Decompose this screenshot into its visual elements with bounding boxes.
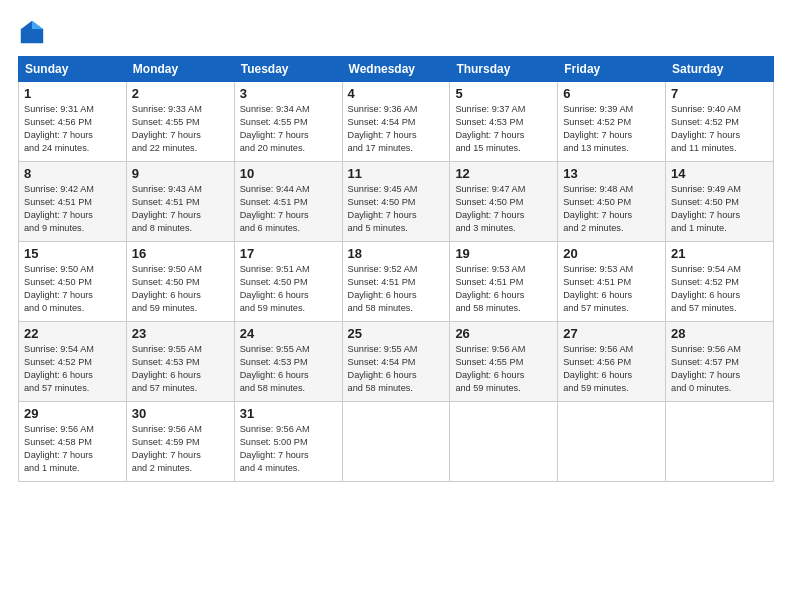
day-info: Sunrise: 9:54 AM Sunset: 4:52 PM Dayligh… bbox=[24, 343, 121, 395]
day-number: 30 bbox=[132, 406, 229, 421]
day-number: 8 bbox=[24, 166, 121, 181]
calendar-cell: 12Sunrise: 9:47 AM Sunset: 4:50 PM Dayli… bbox=[450, 162, 558, 242]
calendar-cell bbox=[450, 402, 558, 482]
day-info: Sunrise: 9:40 AM Sunset: 4:52 PM Dayligh… bbox=[671, 103, 768, 155]
day-number: 12 bbox=[455, 166, 552, 181]
weekday-header: Monday bbox=[126, 57, 234, 82]
day-info: Sunrise: 9:56 AM Sunset: 4:59 PM Dayligh… bbox=[132, 423, 229, 475]
day-info: Sunrise: 9:56 AM Sunset: 4:57 PM Dayligh… bbox=[671, 343, 768, 395]
day-number: 27 bbox=[563, 326, 660, 341]
day-info: Sunrise: 9:47 AM Sunset: 4:50 PM Dayligh… bbox=[455, 183, 552, 235]
weekday-header: Wednesday bbox=[342, 57, 450, 82]
calendar-cell: 19Sunrise: 9:53 AM Sunset: 4:51 PM Dayli… bbox=[450, 242, 558, 322]
header bbox=[18, 18, 774, 46]
day-number: 31 bbox=[240, 406, 337, 421]
day-info: Sunrise: 9:50 AM Sunset: 4:50 PM Dayligh… bbox=[24, 263, 121, 315]
day-number: 16 bbox=[132, 246, 229, 261]
day-number: 1 bbox=[24, 86, 121, 101]
day-number: 21 bbox=[671, 246, 768, 261]
calendar-week-row: 29Sunrise: 9:56 AM Sunset: 4:58 PM Dayli… bbox=[19, 402, 774, 482]
day-number: 14 bbox=[671, 166, 768, 181]
day-number: 2 bbox=[132, 86, 229, 101]
day-info: Sunrise: 9:52 AM Sunset: 4:51 PM Dayligh… bbox=[348, 263, 445, 315]
day-info: Sunrise: 9:55 AM Sunset: 4:54 PM Dayligh… bbox=[348, 343, 445, 395]
day-number: 5 bbox=[455, 86, 552, 101]
day-info: Sunrise: 9:45 AM Sunset: 4:50 PM Dayligh… bbox=[348, 183, 445, 235]
day-number: 25 bbox=[348, 326, 445, 341]
calendar-cell: 28Sunrise: 9:56 AM Sunset: 4:57 PM Dayli… bbox=[666, 322, 774, 402]
day-number: 18 bbox=[348, 246, 445, 261]
calendar-week-row: 8Sunrise: 9:42 AM Sunset: 4:51 PM Daylig… bbox=[19, 162, 774, 242]
calendar-page: SundayMondayTuesdayWednesdayThursdayFrid… bbox=[0, 0, 792, 494]
calendar-cell: 23Sunrise: 9:55 AM Sunset: 4:53 PM Dayli… bbox=[126, 322, 234, 402]
calendar-cell: 16Sunrise: 9:50 AM Sunset: 4:50 PM Dayli… bbox=[126, 242, 234, 322]
day-info: Sunrise: 9:53 AM Sunset: 4:51 PM Dayligh… bbox=[563, 263, 660, 315]
calendar-cell: 17Sunrise: 9:51 AM Sunset: 4:50 PM Dayli… bbox=[234, 242, 342, 322]
day-info: Sunrise: 9:56 AM Sunset: 5:00 PM Dayligh… bbox=[240, 423, 337, 475]
day-info: Sunrise: 9:56 AM Sunset: 4:56 PM Dayligh… bbox=[563, 343, 660, 395]
calendar-cell: 7Sunrise: 9:40 AM Sunset: 4:52 PM Daylig… bbox=[666, 82, 774, 162]
day-number: 23 bbox=[132, 326, 229, 341]
calendar-cell: 22Sunrise: 9:54 AM Sunset: 4:52 PM Dayli… bbox=[19, 322, 127, 402]
logo-icon bbox=[18, 18, 46, 46]
weekday-header: Thursday bbox=[450, 57, 558, 82]
day-info: Sunrise: 9:44 AM Sunset: 4:51 PM Dayligh… bbox=[240, 183, 337, 235]
day-info: Sunrise: 9:36 AM Sunset: 4:54 PM Dayligh… bbox=[348, 103, 445, 155]
day-info: Sunrise: 9:39 AM Sunset: 4:52 PM Dayligh… bbox=[563, 103, 660, 155]
calendar-cell: 13Sunrise: 9:48 AM Sunset: 4:50 PM Dayli… bbox=[558, 162, 666, 242]
day-number: 19 bbox=[455, 246, 552, 261]
day-number: 29 bbox=[24, 406, 121, 421]
calendar-cell: 14Sunrise: 9:49 AM Sunset: 4:50 PM Dayli… bbox=[666, 162, 774, 242]
day-info: Sunrise: 9:53 AM Sunset: 4:51 PM Dayligh… bbox=[455, 263, 552, 315]
day-number: 26 bbox=[455, 326, 552, 341]
calendar-cell: 15Sunrise: 9:50 AM Sunset: 4:50 PM Dayli… bbox=[19, 242, 127, 322]
calendar-cell: 8Sunrise: 9:42 AM Sunset: 4:51 PM Daylig… bbox=[19, 162, 127, 242]
calendar-cell: 5Sunrise: 9:37 AM Sunset: 4:53 PM Daylig… bbox=[450, 82, 558, 162]
day-info: Sunrise: 9:50 AM Sunset: 4:50 PM Dayligh… bbox=[132, 263, 229, 315]
calendar-cell: 2Sunrise: 9:33 AM Sunset: 4:55 PM Daylig… bbox=[126, 82, 234, 162]
calendar-cell: 30Sunrise: 9:56 AM Sunset: 4:59 PM Dayli… bbox=[126, 402, 234, 482]
calendar-cell: 26Sunrise: 9:56 AM Sunset: 4:55 PM Dayli… bbox=[450, 322, 558, 402]
calendar-cell bbox=[666, 402, 774, 482]
calendar-cell: 24Sunrise: 9:55 AM Sunset: 4:53 PM Dayli… bbox=[234, 322, 342, 402]
day-info: Sunrise: 9:51 AM Sunset: 4:50 PM Dayligh… bbox=[240, 263, 337, 315]
day-number: 13 bbox=[563, 166, 660, 181]
day-info: Sunrise: 9:55 AM Sunset: 4:53 PM Dayligh… bbox=[132, 343, 229, 395]
day-number: 4 bbox=[348, 86, 445, 101]
day-number: 15 bbox=[24, 246, 121, 261]
day-number: 10 bbox=[240, 166, 337, 181]
calendar-cell: 20Sunrise: 9:53 AM Sunset: 4:51 PM Dayli… bbox=[558, 242, 666, 322]
weekday-header-row: SundayMondayTuesdayWednesdayThursdayFrid… bbox=[19, 57, 774, 82]
weekday-header: Sunday bbox=[19, 57, 127, 82]
day-number: 24 bbox=[240, 326, 337, 341]
day-number: 22 bbox=[24, 326, 121, 341]
day-info: Sunrise: 9:56 AM Sunset: 4:58 PM Dayligh… bbox=[24, 423, 121, 475]
calendar-cell: 3Sunrise: 9:34 AM Sunset: 4:55 PM Daylig… bbox=[234, 82, 342, 162]
day-info: Sunrise: 9:31 AM Sunset: 4:56 PM Dayligh… bbox=[24, 103, 121, 155]
day-info: Sunrise: 9:34 AM Sunset: 4:55 PM Dayligh… bbox=[240, 103, 337, 155]
weekday-header: Tuesday bbox=[234, 57, 342, 82]
day-info: Sunrise: 9:54 AM Sunset: 4:52 PM Dayligh… bbox=[671, 263, 768, 315]
calendar-week-row: 22Sunrise: 9:54 AM Sunset: 4:52 PM Dayli… bbox=[19, 322, 774, 402]
day-number: 6 bbox=[563, 86, 660, 101]
day-number: 11 bbox=[348, 166, 445, 181]
calendar-cell: 29Sunrise: 9:56 AM Sunset: 4:58 PM Dayli… bbox=[19, 402, 127, 482]
calendar-table: SundayMondayTuesdayWednesdayThursdayFrid… bbox=[18, 56, 774, 482]
svg-rect-2 bbox=[21, 29, 43, 30]
day-number: 17 bbox=[240, 246, 337, 261]
calendar-cell: 1Sunrise: 9:31 AM Sunset: 4:56 PM Daylig… bbox=[19, 82, 127, 162]
calendar-cell: 25Sunrise: 9:55 AM Sunset: 4:54 PM Dayli… bbox=[342, 322, 450, 402]
calendar-cell: 21Sunrise: 9:54 AM Sunset: 4:52 PM Dayli… bbox=[666, 242, 774, 322]
calendar-week-row: 1Sunrise: 9:31 AM Sunset: 4:56 PM Daylig… bbox=[19, 82, 774, 162]
weekday-header: Saturday bbox=[666, 57, 774, 82]
day-info: Sunrise: 9:55 AM Sunset: 4:53 PM Dayligh… bbox=[240, 343, 337, 395]
day-info: Sunrise: 9:42 AM Sunset: 4:51 PM Dayligh… bbox=[24, 183, 121, 235]
calendar-cell: 27Sunrise: 9:56 AM Sunset: 4:56 PM Dayli… bbox=[558, 322, 666, 402]
logo bbox=[18, 18, 48, 46]
day-number: 7 bbox=[671, 86, 768, 101]
svg-marker-1 bbox=[32, 21, 43, 29]
day-info: Sunrise: 9:37 AM Sunset: 4:53 PM Dayligh… bbox=[455, 103, 552, 155]
day-info: Sunrise: 9:43 AM Sunset: 4:51 PM Dayligh… bbox=[132, 183, 229, 235]
calendar-cell: 31Sunrise: 9:56 AM Sunset: 5:00 PM Dayli… bbox=[234, 402, 342, 482]
calendar-cell bbox=[558, 402, 666, 482]
